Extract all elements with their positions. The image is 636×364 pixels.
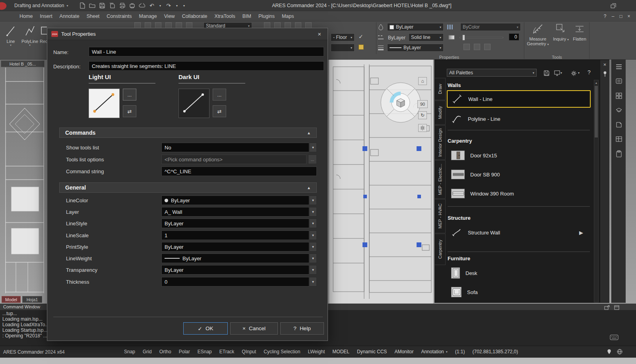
lineweight-icon[interactable]: [378, 45, 384, 52]
palette-item-polyline-line[interactable]: Polyline - Line: [447, 110, 591, 128]
browse-light-image-button[interactable]: ...: [123, 89, 136, 101]
pick-options-button[interactable]: ...: [308, 155, 317, 164]
ribbon-rectangle-button[interactable]: Rec: [40, 24, 47, 53]
toggle-polar[interactable]: Polar: [179, 349, 190, 354]
linecolor-combo[interactable]: ByLayer▾: [387, 23, 444, 31]
toggle-cycling-selection[interactable]: Cycling Selection: [264, 349, 300, 354]
toggle-amonitor[interactable]: AMonitor: [394, 349, 413, 354]
menu-plugins[interactable]: Plugins: [255, 12, 278, 21]
pin-palette-icon[interactable]: [600, 71, 609, 79]
palette-tab-carpentry[interactable]: Carpentry: [435, 234, 446, 265]
measure-geometry-button[interactable]: Measure Geometry ▾: [525, 23, 550, 55]
palette-tab-interior-design[interactable]: Interior Design: [435, 125, 446, 160]
batch-plot-icon[interactable]: [128, 2, 136, 9]
save-palette-icon[interactable]: [543, 70, 550, 77]
printstyle-dropdown[interactable]: ByLayer: [161, 242, 309, 252]
display-options-icon[interactable]: [553, 70, 560, 77]
help-button[interactable]: ?Help: [280, 322, 324, 335]
document-tab[interactable]: Hotel B _05...: [1, 60, 45, 67]
lineweight-dropdown[interactable]: ByLayer: [161, 254, 309, 263]
layer-dropdown[interactable]: A_ Wall: [161, 207, 309, 217]
toggle-model[interactable]: MODEL: [332, 349, 349, 354]
annotation-scale-combo[interactable]: Annotation ▾: [421, 349, 447, 354]
dropdown-arrow-icon[interactable]: ▼: [309, 143, 317, 152]
location-pin-icon[interactable]: [607, 349, 611, 356]
flatten-button[interactable]: Flatten: [571, 23, 588, 55]
view-settings-gear-icon[interactable]: [418, 124, 427, 132]
palette-item-desk[interactable]: Desk: [447, 264, 591, 282]
columns-icon[interactable]: [447, 24, 453, 32]
expand-panel-icon[interactable]: [614, 304, 619, 312]
palette-tab-draw[interactable]: Draw: [435, 78, 446, 100]
layer-check-icon[interactable]: ✓: [359, 33, 363, 40]
dropdown-arrow-icon[interactable]: ▼: [309, 265, 317, 275]
dropdown-arrow-icon[interactable]: ▼: [309, 254, 317, 263]
palette-item-door-92x15[interactable]: Door 92x15: [447, 147, 591, 164]
layer-combo[interactable]: - Floor▾: [331, 33, 355, 41]
toggle-esnap[interactable]: ESnap: [198, 349, 212, 354]
menu-collaborate[interactable]: Collaborate: [178, 12, 211, 21]
dropdown-arrow-icon[interactable]: ▼: [309, 277, 317, 287]
scrollbar-thumb[interactable]: [595, 86, 598, 137]
tools-options-field[interactable]: <Pick command options>: [161, 155, 306, 164]
sheets-palette-icon[interactable]: [615, 122, 622, 130]
new-file-icon[interactable]: [79, 2, 86, 9]
menu-annotate[interactable]: Annotate: [56, 12, 83, 21]
swap-light-image-icon[interactable]: ⇄: [123, 105, 136, 117]
menu-xtratools[interactable]: XtraTools: [211, 12, 239, 21]
commands-section-header[interactable]: Commands▲: [59, 128, 317, 138]
thickness-dropdown[interactable]: 0: [161, 277, 309, 287]
layer-state-combo[interactable]: ▾: [331, 44, 355, 52]
close-dialog-icon[interactable]: ×: [315, 31, 324, 37]
panel-menu-icon[interactable]: [615, 64, 622, 72]
menu-maps[interactable]: Maps: [278, 12, 298, 21]
transparency-slider-handle[interactable]: [462, 35, 465, 41]
layout-tab-hoja1[interactable]: Hoja1: [22, 296, 42, 303]
menu-home[interactable]: Home: [16, 12, 36, 21]
qat-customize-icon[interactable]: ▾: [182, 2, 186, 9]
flyout-arrow-icon[interactable]: ▶: [579, 230, 583, 236]
minimize-icon[interactable]: –: [609, 13, 617, 20]
list-display-icon[interactable]: [474, 44, 480, 50]
help-button[interactable]: ?: [601, 13, 609, 20]
menu-sheet[interactable]: Sheet: [83, 12, 103, 21]
menu-bim[interactable]: BIM: [239, 12, 255, 21]
palette-item-window-390[interactable]: Window 390 Room: [447, 185, 591, 202]
palette-tab-mep-electrical[interactable]: MEP - Electric...: [435, 160, 446, 199]
print-icon[interactable]: [118, 2, 126, 9]
menu-manage[interactable]: Manage: [136, 12, 161, 21]
palette-help-icon[interactable]: ?: [588, 69, 591, 76]
toggle-snap[interactable]: Snap: [124, 349, 135, 354]
general-section-header[interactable]: General▲: [59, 182, 317, 193]
collapse-arrow-icon[interactable]: ▲: [307, 186, 311, 190]
dropdown-arrow-icon[interactable]: ▼: [309, 219, 317, 228]
linestyle-dropdown[interactable]: ByLayer: [161, 219, 309, 228]
palette-item-structure-wall[interactable]: Structure Wall ▶: [447, 224, 591, 241]
palette-filter-combo[interactable]: All Palettes▾: [447, 69, 537, 77]
cloud-upload-icon[interactable]: [138, 2, 145, 9]
dropdown-arrow-icon[interactable]: ▼: [309, 207, 317, 217]
transparency-slider-track[interactable]: [460, 37, 503, 38]
properties-palette-icon[interactable]: [615, 78, 622, 86]
cancel-button[interactable]: ×Cancel: [230, 322, 278, 335]
palette-settings-gear-icon[interactable]: [570, 70, 577, 77]
linescale-dropdown[interactable]: 1: [161, 230, 309, 240]
transparency-dropdown[interactable]: ByLayer: [161, 265, 309, 275]
panel-display-icon[interactable]: [484, 44, 491, 50]
command-history[interactable]: ...tup... Loading main.lsp... Loading Lo…: [0, 311, 49, 339]
toggle-qinput[interactable]: QInput: [242, 349, 256, 354]
save-icon[interactable]: [99, 2, 106, 9]
toggle-ortho[interactable]: Ortho: [159, 349, 171, 354]
rotation-angle-field[interactable]: 90: [417, 100, 428, 108]
linecolor-dropdown[interactable]: ByLayer: [161, 196, 309, 205]
scroll-up-icon[interactable]: ▲: [594, 80, 598, 85]
undo-icon[interactable]: ↶: [148, 2, 155, 9]
toggle-etrack[interactable]: ETrack: [219, 349, 235, 354]
dropdown-arrow-icon[interactable]: ▼: [309, 230, 317, 240]
undo-dropdown-icon[interactable]: ▾: [158, 2, 162, 9]
name-field[interactable]: Wall - Line: [89, 47, 324, 56]
color-picker-icon[interactable]: [378, 24, 384, 32]
ok-button[interactable]: ✓OK: [183, 322, 228, 335]
redo-dropdown-icon[interactable]: ▾: [175, 2, 179, 9]
titlebar[interactable]: Drafting and Annotation ▾ ↶ ▾ ↷ ▾ ▾ ARES…: [0, 0, 636, 11]
